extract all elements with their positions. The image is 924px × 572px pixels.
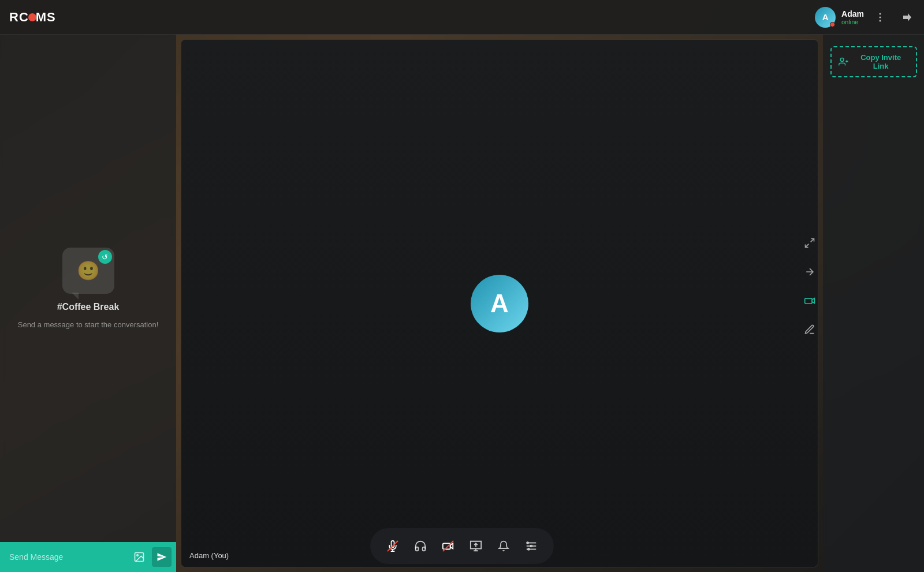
svg-point-1 — [880, 16, 881, 18]
add-person-icon — [839, 57, 848, 67]
video-main: A Adam (You) — [181, 40, 818, 567]
refresh-badge: ↺ — [98, 250, 112, 264]
svg-point-5 — [840, 58, 844, 62]
avatar: A — [815, 7, 836, 28]
chat-empty-text: Send a message to start the conversation… — [18, 320, 159, 329]
smiley-icon: 🙂 — [77, 260, 100, 282]
mic-muted-overlay — [381, 534, 405, 558]
header: RCMS A Adam online — [0, 0, 924, 35]
expand-icon — [804, 266, 815, 278]
logo: RCMS — [9, 10, 56, 25]
settings-icon — [525, 540, 538, 552]
settings-button[interactable] — [519, 534, 543, 558]
exit-icon — [900, 12, 911, 23]
resize-button[interactable] — [799, 233, 820, 253]
more-options-icon — [874, 12, 886, 23]
camera-icon — [804, 295, 815, 306]
svg-point-2 — [880, 20, 881, 21]
chat-sidebar: 🙂 ↺ #Coffee Break Send a message to star… — [0, 35, 176, 572]
image-icon — [133, 551, 145, 563]
camera-button[interactable] — [799, 290, 820, 311]
video-muted-overlay — [436, 534, 460, 558]
more-options-button[interactable] — [871, 8, 889, 27]
pen-icon — [804, 324, 815, 335]
mic-button[interactable] — [381, 534, 405, 558]
video-label: Adam (You) — [189, 551, 229, 560]
chat-input-area — [0, 542, 176, 572]
video-button[interactable] — [436, 534, 460, 558]
headphone-button[interactable] — [408, 534, 433, 558]
side-toolbar — [799, 233, 820, 340]
logo-circle-icon — [28, 13, 36, 21]
screen-share-icon — [470, 540, 482, 552]
headphone-icon — [414, 540, 427, 552]
svg-point-4 — [137, 555, 139, 556]
send-icon — [157, 552, 167, 562]
bottom-toolbar — [370, 528, 554, 564]
send-button[interactable] — [152, 547, 172, 567]
main-content: 🙂 ↺ #Coffee Break Send a message to star… — [0, 35, 924, 572]
screen-share-button[interactable] — [464, 534, 488, 558]
chat-empty-state: 🙂 ↺ #Coffee Break Send a message to star… — [0, 35, 176, 542]
resize-icon — [804, 237, 815, 249]
user-status: online — [841, 18, 864, 25]
bell-icon — [498, 540, 509, 552]
attachment-button[interactable] — [131, 549, 147, 565]
annotate-button[interactable] — [799, 319, 820, 340]
user-info: A Adam online — [815, 7, 864, 28]
exit-button[interactable] — [896, 8, 915, 27]
chat-input[interactable] — [5, 550, 126, 564]
header-right: A Adam online — [815, 7, 915, 28]
svg-point-0 — [880, 13, 881, 14]
notifications-button[interactable] — [491, 534, 516, 558]
chat-room-name: #Coffee Break — [57, 302, 120, 312]
logo-text: RCMS — [9, 10, 56, 25]
right-panel: Copy Invite Link — [823, 35, 924, 572]
app-container: RCMS A Adam online — [0, 0, 924, 572]
user-name-block: Adam online — [841, 9, 864, 25]
copy-invite-link-button[interactable]: Copy Invite Link — [830, 46, 917, 77]
svg-rect-8 — [805, 298, 813, 303]
user-name: Adam — [841, 9, 864, 18]
video-container: A Adam (You) — [181, 39, 818, 567]
participant-avatar: A — [471, 275, 528, 332]
expand-button[interactable] — [799, 261, 820, 282]
status-dot — [830, 22, 835, 27]
